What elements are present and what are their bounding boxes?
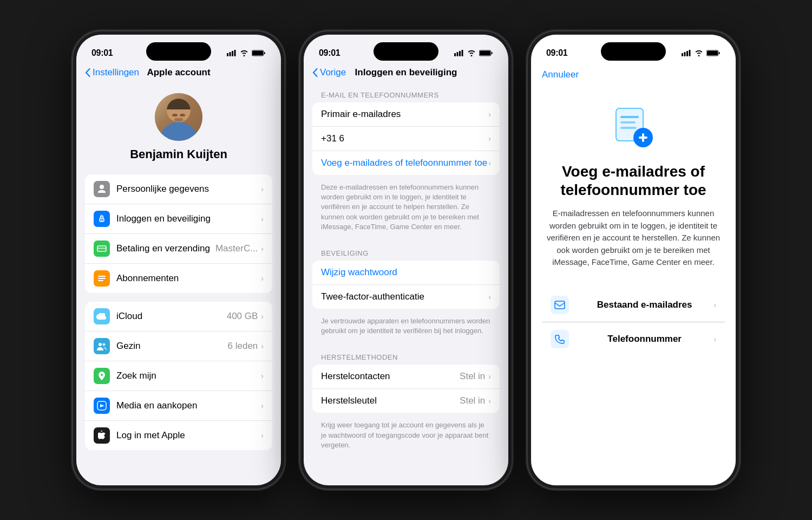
media-icon	[94, 398, 110, 414]
two-factor-label: Twee-factor-authenticatie	[321, 291, 488, 302]
envelope-icon-wrap	[551, 296, 569, 314]
signin-label: Inloggen en beveiliging	[116, 213, 261, 224]
personal-icon	[94, 181, 110, 197]
payment-label: Betaling en verzending	[116, 243, 215, 254]
status-time: 09:01	[91, 48, 113, 58]
svg-rect-19	[459, 51, 461, 56]
battery-icon	[252, 50, 266, 56]
chevron-existing-email: ›	[713, 301, 716, 309]
profile-section: Benjamin Kuijten	[76, 82, 281, 174]
phone-number-option[interactable]: Telefoonnummer ›	[542, 322, 725, 356]
security-group: Wijzig wachtwoord Twee-factor-authentica…	[312, 261, 500, 309]
battery-icon-2	[479, 50, 493, 56]
signinwith-label: Log in met Apple	[116, 430, 261, 441]
recovery-contacts-item[interactable]: Herstelcontacten Stel in ›	[312, 365, 500, 389]
phone-number-item[interactable]: +31 6 ›	[312, 127, 500, 151]
menu-item-payment[interactable]: Betaling en verzending MasterC... ›	[85, 234, 272, 264]
avatar[interactable]	[155, 93, 202, 141]
payment-icon	[94, 240, 110, 257]
recovery-key-item[interactable]: Herstelsleutel Stel in ›	[312, 389, 500, 413]
profile-name: Benjamin Kuijten	[130, 147, 227, 161]
svg-rect-26	[689, 50, 691, 56]
screen3-title: Voeg e-mailadres of telefoonnummer toe	[542, 162, 725, 199]
findmy-label: Zoek mijn	[116, 370, 261, 381]
svg-rect-25	[686, 51, 688, 56]
chevron-personal: ›	[261, 185, 264, 193]
svg-rect-3	[234, 50, 236, 56]
screen3-desc: E-mailadressen en telefoonnummers kunnen…	[542, 207, 725, 269]
recovery-key-label: Herstelsleutel	[321, 395, 460, 406]
wifi-icon-3	[695, 50, 703, 56]
svg-rect-24	[684, 52, 686, 56]
add-email-phone-item[interactable]: Voeg e-mailadres of telefoonnummer toe ›	[312, 151, 500, 175]
menu-item-findmy[interactable]: Zoek mijn ›	[85, 361, 272, 391]
email-group: Primair e-mailadres › +31 6 › Voeg e-mai…	[312, 102, 500, 175]
menu-group-1: Persoonlijke gegevens › Inloggen en beve…	[85, 174, 272, 293]
cancel-button[interactable]: Annuleer	[542, 69, 579, 80]
svg-rect-22	[480, 51, 490, 55]
battery-icon-3	[706, 50, 721, 56]
svg-rect-20	[462, 50, 463, 56]
subscriptions-label: Abonnementen	[116, 273, 261, 284]
phone-number-label-3: Telefoonnummer	[575, 334, 713, 344]
chevron-phone: ›	[713, 335, 716, 343]
signin-icon	[94, 211, 110, 227]
recovery-footer: Krijg weer toegang tot je account en geg…	[304, 417, 508, 451]
signal-icon-2	[454, 50, 464, 56]
menu-item-media[interactable]: Media en aankopen ›	[85, 391, 272, 421]
icloud-icon	[94, 308, 110, 324]
two-factor-item[interactable]: Twee-factor-authenticatie ›	[312, 285, 500, 309]
svg-point-11	[103, 343, 106, 346]
svg-rect-36	[642, 133, 644, 142]
svg-rect-18	[457, 52, 459, 56]
chevron-add-email: ›	[488, 159, 491, 167]
svg-point-7	[101, 220, 102, 221]
status-icons	[227, 50, 266, 56]
recovery-contacts-label: Herstelcontacten	[321, 371, 460, 382]
menu-item-signin[interactable]: Inloggen en beveiliging ›	[85, 204, 272, 234]
change-password-item[interactable]: Wijzig wachtwoord	[312, 261, 500, 285]
phone-icon-wrap	[551, 330, 569, 348]
back-button-2[interactable]: Vorige	[312, 67, 346, 78]
payment-sublabel: MasterC...	[215, 243, 258, 254]
signal-icon-3	[682, 50, 691, 56]
menu-group-2: iCloud 400 GB › Gezin 6 leden ›	[85, 302, 272, 450]
phone2: 09:01	[300, 31, 512, 489]
menu-item-signinwith[interactable]: Log in met Apple ›	[85, 421, 272, 450]
menu-item-subscriptions[interactable]: Abonnementen ›	[85, 264, 272, 293]
dynamic-island	[146, 42, 211, 61]
back-button-1[interactable]: Instellingen	[85, 67, 139, 78]
status-icons-2	[454, 50, 493, 56]
security-footer: Je vertrouwde apparaten en telefoonnumme…	[304, 313, 508, 344]
email-footer: Deze e-mailadressen en telefoonnummers k…	[304, 179, 508, 240]
section-email-header: E-MAIL EN TELEFOONNUMMERS	[304, 82, 508, 102]
section-recovery-header: HERSTELMETHODEN	[304, 344, 508, 365]
menu-item-personal[interactable]: Persoonlijke gegevens ›	[85, 174, 272, 204]
change-password-label: Wijzig wachtwoord	[321, 267, 491, 278]
svg-rect-0	[227, 53, 228, 56]
svg-rect-37	[555, 301, 565, 309]
svg-rect-5	[252, 51, 263, 55]
recovery-key-value: Stel in	[460, 395, 485, 406]
top-action-bar: Annuleer	[531, 65, 736, 84]
icloud-label: iCloud	[116, 311, 227, 322]
signal-icon	[227, 50, 237, 56]
nav-bar-2: Vorige Inloggen en beveiliging	[304, 65, 508, 82]
chevron-two-factor: ›	[488, 292, 491, 301]
svg-rect-28	[707, 51, 718, 55]
page-title-1: Apple account	[147, 67, 210, 78]
svg-rect-31	[620, 116, 639, 118]
chevron-payment: ›	[261, 244, 264, 253]
menu-item-family[interactable]: Gezin 6 leden ›	[85, 332, 272, 361]
recovery-group: Herstelcontacten Stel in › Herstelsleute…	[312, 365, 500, 413]
chevron-signinwith: ›	[261, 431, 264, 440]
existing-email-option[interactable]: Bestaand e-mailadres ›	[542, 288, 725, 322]
primary-email-item[interactable]: Primair e-mailadres ›	[312, 102, 500, 127]
chevron-primary-email: ›	[488, 110, 491, 119]
chevron-subscriptions: ›	[261, 274, 264, 283]
add-email-phone-label: Voeg e-mailadres of telefoonnummer toe	[321, 158, 488, 168]
menu-item-icloud[interactable]: iCloud 400 GB ›	[85, 302, 272, 332]
svg-rect-2	[232, 51, 233, 56]
wifi-icon	[240, 50, 248, 56]
icloud-sublabel: 400 GB	[227, 311, 258, 322]
